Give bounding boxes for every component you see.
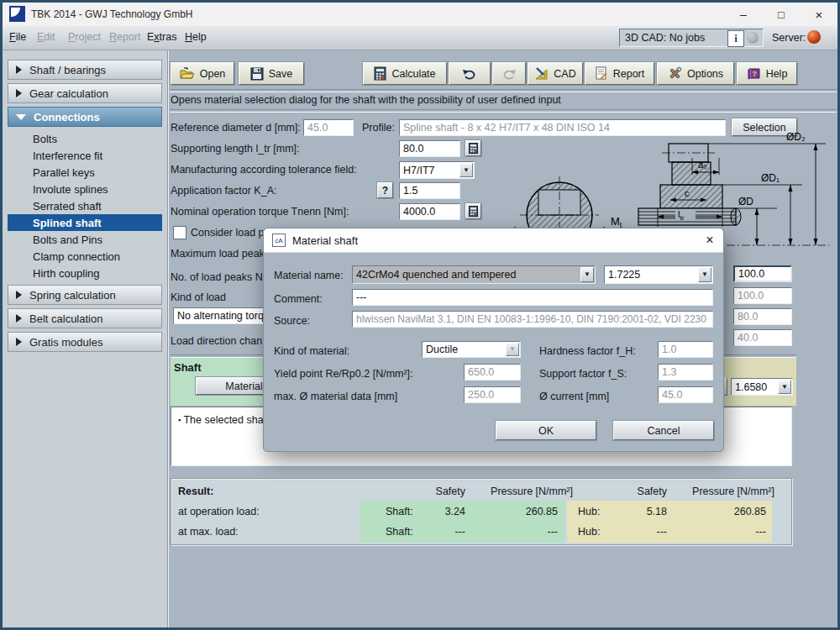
application-factor-help-button[interactable]: ?	[377, 182, 393, 198]
undo-arrow-icon	[462, 67, 477, 81]
sidebar-item-hirth-coupling[interactable]: Hirth coupling	[8, 265, 162, 281]
minimize-button[interactable]: –	[730, 4, 757, 24]
sidebar-item-parallel-keys[interactable]: Parallel keys	[8, 164, 162, 181]
application-factor-label: Application factor K_A:	[171, 185, 276, 197]
comment-label: Comment:	[274, 293, 323, 305]
maximize-icon: □	[778, 8, 785, 21]
ref-diameter-field[interactable]: 45.0	[303, 119, 354, 136]
sidebar-item-splined-shaft[interactable]: Splined shaft	[8, 214, 162, 231]
chevron-down-icon[interactable]: ▼	[778, 380, 791, 394]
sidebar-item-serrated-shaft[interactable]: Serrated shaft	[8, 197, 162, 214]
torque-field[interactable]: 4000.0	[399, 203, 460, 220]
menu-file[interactable]: File	[9, 31, 26, 43]
profile-label: Profile:	[362, 122, 395, 134]
sidebar-header-belt-calculation[interactable]: Belt calculation	[8, 308, 162, 328]
source-field[interactable]: hlwissen NaviMat 3.1, DIN EN 10083-1:199…	[352, 311, 713, 328]
collapsed-triangle-icon	[16, 291, 22, 299]
hardness-factor-field[interactable]: 1.0	[658, 341, 713, 358]
sidebar-item-interference-fit[interactable]: Interference fit	[8, 147, 162, 164]
close-button[interactable]: ×	[806, 4, 832, 24]
material-shaft-dialog: cA Material shaft × Material name: 42CrM…	[263, 228, 724, 452]
menu-report[interactable]: Report	[109, 31, 141, 43]
menu-extras[interactable]: Extras	[147, 31, 176, 43]
result-row1-shaft-pressure: 260.85	[499, 506, 558, 517]
hub-value-field-2[interactable]: 100.0	[733, 287, 792, 304]
collapsed-triangle-icon	[16, 66, 22, 74]
sidebar-item-bolts[interactable]: Bolts	[8, 130, 162, 147]
help-button[interactable]: ? Help	[737, 62, 797, 85]
max-load-peak-label: Maximum load peak	[171, 248, 265, 260]
calculate-button[interactable]: Calculate	[363, 62, 447, 85]
sidebar-header-shaft-bearings[interactable]: Shaft / bearings	[8, 60, 162, 80]
cad-button[interactable]: CAD	[528, 62, 583, 85]
calculator-icon	[469, 206, 478, 217]
info-icon: i	[734, 32, 738, 45]
result-col-safety-hub: Safety	[608, 486, 667, 497]
result-row2-shaft: Shaft:	[386, 526, 413, 538]
kind-of-material-dropdown[interactable]: Ductile ▼	[422, 341, 521, 358]
sidebar: Shaft / bearings Gear calculation Connec…	[3, 50, 168, 627]
sidebar-header-connections[interactable]: Connections	[8, 107, 162, 127]
chevron-down-icon[interactable]: ▼	[459, 163, 473, 177]
chevron-down-icon[interactable]: ▼	[698, 267, 711, 282]
consider-load-label: Consider load p	[191, 227, 265, 239]
ok-button[interactable]: OK	[496, 421, 596, 440]
sidebar-header-gratis-modules[interactable]: Gratis modules	[8, 332, 162, 352]
dialog-title-bar[interactable]: cA Material shaft ×	[264, 228, 723, 253]
result-row1-label: at operation load:	[178, 506, 260, 517]
report-document-icon	[595, 66, 608, 81]
undo-button[interactable]	[449, 62, 491, 85]
collapsed-triangle-icon	[16, 338, 22, 346]
cancel-button[interactable]: Cancel	[613, 421, 714, 440]
window-title: TBK 2014 - GWJ Technology GmbH	[31, 8, 193, 20]
calculator-icon	[374, 66, 386, 81]
result-row1-hub-pressure: 260.85	[707, 506, 766, 517]
menu-project[interactable]: Project	[68, 31, 101, 43]
yield-point-field[interactable]: 650.0	[464, 364, 521, 381]
dialog-close-button[interactable]: ×	[701, 232, 718, 249]
application-factor-field[interactable]: 1.5	[399, 182, 460, 199]
redo-button[interactable]	[492, 62, 526, 85]
hub-value-field-4[interactable]: 40.0	[733, 329, 792, 346]
torque-calc-button[interactable]	[465, 203, 481, 219]
maximize-button[interactable]: □	[768, 4, 795, 24]
calculator-icon	[469, 143, 478, 154]
consider-load-checkbox[interactable]	[173, 226, 186, 239]
current-diameter-field[interactable]: 45.0	[658, 386, 713, 403]
sidebar-header-spring-calculation[interactable]: Spring calculation	[8, 285, 162, 305]
hint-text: Opens material selection dialog for the …	[171, 94, 561, 106]
max-diameter-label: max. Ø material data [mm]	[274, 391, 397, 402]
svg-text:a₀: a₀	[698, 160, 707, 170]
save-button[interactable]: Save	[239, 62, 304, 85]
tolerance-dropdown[interactable]: H7/IT7 ▼	[399, 161, 475, 179]
sidebar-header-gear-calculation[interactable]: Gear calculation	[8, 83, 162, 103]
hub-value-field-3[interactable]: 80.0	[733, 308, 792, 325]
max-diameter-field[interactable]: 250.0	[464, 386, 521, 403]
sidebar-item-bolts-and-pins[interactable]: Bolts and Pins	[8, 231, 162, 248]
ref-diameter-label: Reference diameter d [mm]:	[171, 122, 301, 134]
report-button[interactable]: Report	[585, 62, 654, 85]
kind-of-load-dropdown[interactable]: No alternating torq	[173, 307, 264, 324]
supporting-length-field[interactable]: 80.0	[399, 140, 460, 157]
comment-field[interactable]: ---	[352, 289, 713, 306]
result-row1-shaft-safety: 3.24	[415, 506, 465, 517]
menu-help[interactable]: Help	[185, 31, 207, 43]
redo-arrow-icon	[501, 67, 517, 81]
hub-material-number-dropdown[interactable]: 1.6580 ▼	[731, 378, 793, 396]
cad-info-button[interactable]: i	[727, 30, 744, 47]
supporting-calc-button[interactable]	[465, 140, 481, 156]
result-row2-label: at max. load:	[178, 526, 239, 538]
material-number-dropdown[interactable]: 1.7225 ▼	[604, 265, 713, 284]
options-button[interactable]: Options	[657, 62, 734, 85]
open-button[interactable]: Open	[171, 62, 234, 85]
chevron-down-icon: ▼	[506, 343, 519, 356]
material-name-dropdown[interactable]: 42CrMo4 quenched and tempered ▼	[352, 265, 596, 284]
sidebar-item-involute-splines[interactable]: Involute splines	[8, 181, 162, 197]
close-icon: ×	[706, 233, 713, 248]
chevron-down-icon[interactable]: ▼	[580, 267, 594, 282]
application-window: TBK 2014 - GWJ Technology GmbH – □ × Fil…	[0, 0, 840, 630]
menu-edit[interactable]: Edit	[37, 31, 55, 43]
support-factor-field[interactable]: 1.3	[658, 364, 713, 381]
sidebar-item-clamp-connection[interactable]: Clamp connection	[8, 248, 162, 265]
result-row2-shaft-pressure: ---	[499, 526, 558, 538]
